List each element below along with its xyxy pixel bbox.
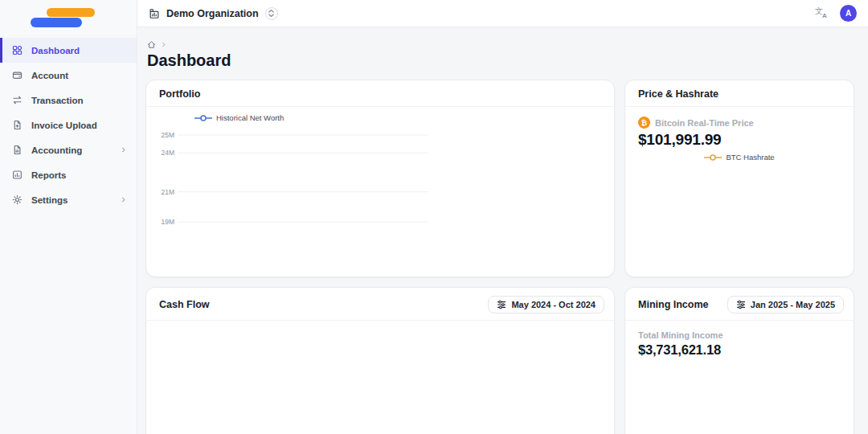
logo-bar-orange (47, 8, 95, 17)
cash-flow-bar-chart (154, 369, 608, 434)
wallet-icon (12, 70, 23, 81)
svg-text:25M: 25M (161, 131, 174, 139)
sliders-icon (497, 300, 506, 309)
mining-income-date-range: Jan 2025 - May 2025 (751, 300, 835, 309)
sidebar-item-dashboard[interactable]: Dashboard (0, 38, 137, 63)
hashrate-legend[interactable]: BTC Hashrate (625, 153, 854, 162)
portfolio-card: Portfolio Historical Net Worth 25M24M21M… (145, 80, 615, 277)
svg-text:A: A (822, 12, 827, 18)
svg-text:19M: 19M (161, 218, 174, 226)
org-switcher[interactable]: Demo Organization (149, 7, 278, 20)
allocation-stacked-bar (162, 242, 606, 252)
btc-price-value: $101,991.99 (638, 131, 754, 149)
topbar: Demo Organization 文A A (137, 0, 868, 27)
sidebar-item-accounting[interactable]: Accounting (0, 137, 137, 162)
org-select-chevrons-icon[interactable] (265, 7, 278, 20)
chevron-right-icon (120, 146, 127, 154)
main-content: Dashboard Portfolio Historical Net Worth… (137, 27, 868, 434)
sidebar-item-label: Reports (31, 170, 66, 180)
sidebar-item-label: Account (31, 71, 68, 80)
org-name: Demo Organization (166, 8, 259, 19)
line-marker-icon (704, 154, 722, 161)
mining-income-card-title: Mining Income (638, 299, 709, 310)
price-hashrate-card: Price & Hashrate ₿ Bitcoin Real-Time Pri… (624, 80, 854, 277)
sidebar: DashboardAccountTransactionInvoice Uploa… (0, 0, 137, 434)
cash-flow-card-title: Cash Flow (159, 299, 210, 310)
sliders-icon (736, 300, 746, 309)
sidebar-item-label: Settings (31, 195, 68, 205)
page-title: Dashboard (147, 51, 231, 70)
net-worth-legend[interactable]: Historical Net Worth (194, 113, 284, 122)
sidebar-item-reports[interactable]: Reports (0, 162, 137, 187)
mining-income-stat-value: $3,731,621.18 (638, 342, 721, 358)
line-marker-icon (194, 115, 212, 121)
settings-gear-icon (12, 194, 23, 206)
assets-donut-chart (444, 104, 608, 248)
hashrate-line-chart (630, 165, 850, 274)
translate-icon[interactable]: 文A (815, 6, 829, 22)
sidebar-item-label: Invoice Upload (31, 121, 97, 130)
mining-income-card: Mining Income Jan 2025 - May 2025 Total … (624, 287, 854, 434)
sidebar-item-label: Accounting (31, 145, 82, 155)
invoice-document-icon (12, 120, 23, 131)
organization-building-icon (149, 8, 160, 19)
hashrate-legend-label: BTC Hashrate (726, 153, 774, 162)
cash-flow-card: Cash Flow May 2024 - Oct 2024 (145, 287, 615, 434)
sidebar-item-label: Transaction (31, 96, 84, 105)
mining-income-stat-label: Total Mining Income (638, 330, 723, 340)
accounting-document-icon (12, 145, 23, 156)
sidebar-item-label: Dashboard (31, 46, 80, 55)
sidebar-item-transaction[interactable]: Transaction (0, 88, 137, 113)
cash-flow-date-range: May 2024 - Oct 2024 (511, 300, 596, 309)
sidebar-item-account[interactable]: Account (0, 63, 137, 88)
breadcrumb (147, 40, 167, 49)
chevron-right-icon (160, 41, 167, 48)
sidebar-nav: DashboardAccountTransactionInvoice Uploa… (0, 38, 137, 212)
svg-text:21M: 21M (161, 188, 174, 196)
app-logo (31, 8, 137, 27)
price-hashrate-card-title: Price & Hashrate (638, 88, 719, 100)
reports-icon (12, 170, 23, 181)
net-worth-area-chart: 25M24M21M19M (153, 125, 439, 239)
sidebar-item-settings[interactable]: Settings (0, 187, 137, 212)
cash-flow-date-filter[interactable]: May 2024 - Oct 2024 (488, 296, 604, 313)
avatar[interactable]: A (840, 5, 857, 22)
svg-text:24M: 24M (161, 149, 174, 157)
btc-price-label: Bitcoin Real-Time Price (655, 118, 754, 128)
mining-income-date-filter[interactable]: Jan 2025 - May 2025 (727, 296, 844, 313)
portfolio-card-title: Portfolio (159, 88, 200, 100)
transfer-arrows-icon (12, 95, 23, 106)
sidebar-item-invoice-upload[interactable]: Invoice Upload (0, 113, 137, 137)
chevron-right-icon (120, 196, 127, 203)
net-worth-legend-label: Historical Net Worth (216, 113, 284, 122)
home-icon[interactable] (147, 40, 156, 49)
mining-income-bar-chart (633, 369, 847, 434)
logo-bar-blue (31, 18, 82, 27)
dashboard-grid-icon (12, 45, 23, 56)
bitcoin-icon: ₿ (638, 117, 650, 129)
